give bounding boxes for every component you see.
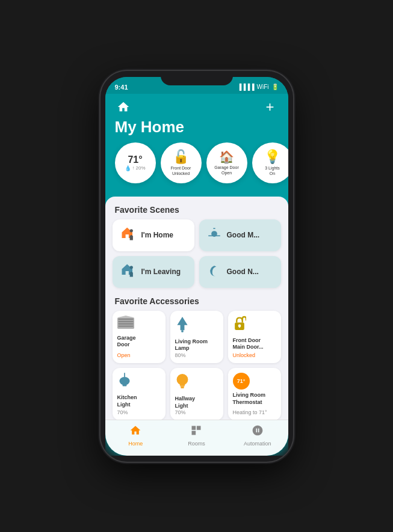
home-person-icon	[120, 225, 137, 242]
kitchen-light-icon	[117, 373, 161, 392]
home-icon-button[interactable]	[115, 99, 132, 115]
good-morning-icon	[206, 226, 222, 245]
garage-door-label: Garage DoorOpen	[212, 165, 241, 176]
lock-open-icon: 🔓	[173, 149, 189, 165]
automation-tab-svg	[252, 424, 264, 436]
kitchen-light-status: 70%	[117, 409, 161, 415]
lamp-acc-icon	[175, 316, 218, 336]
front-door-label: Front DoorUnlocked	[169, 166, 193, 176]
favorite-accessories-title: Favorite Accessories	[113, 296, 281, 306]
svg-point-15	[176, 374, 188, 385]
temperature-circle[interactable]: 71° 💧 ↑ 20%	[115, 142, 156, 183]
hallway-light-icon	[175, 373, 218, 393]
accessory-hallway-light[interactable]: HallwayLight 70%	[170, 368, 223, 420]
kitchen-light-name: KitchenLight	[117, 394, 161, 408]
svg-rect-4	[118, 318, 133, 319]
lamp-status: 80%	[175, 352, 218, 358]
add-button[interactable]: +	[262, 99, 279, 115]
signal-icon: ▐▐▐▐	[237, 84, 254, 90]
front-door-circle[interactable]: 🔓 Front DoorUnlocked	[161, 142, 202, 183]
im-leaving-label: I'm Leaving	[141, 268, 181, 276]
temp-sub: 💧 ↑ 20%	[125, 165, 145, 171]
tab-bar: Home Rooms Automation	[105, 420, 288, 456]
svg-point-2	[129, 266, 132, 269]
status-time: 9:41	[115, 84, 128, 91]
favorite-scenes-title: Favorite Scenes	[113, 205, 281, 215]
status-circles-row: 71° 💧 ↑ 20% 🔓 Front DoorUnlocked 🏠	[105, 142, 288, 192]
tab-automation-icon	[252, 424, 264, 439]
garage-door-status: Open	[117, 352, 161, 358]
thermostat-status: Heating to 71°	[233, 409, 276, 415]
page-title: My Home	[105, 118, 288, 142]
tab-automation[interactable]: Automation	[227, 424, 288, 447]
lights-circle[interactable]: 💡 3 LightsOn	[252, 142, 288, 183]
svg-rect-11	[238, 325, 240, 327]
wifi-icon: WiFi	[257, 84, 269, 90]
svg-rect-16	[179, 384, 185, 386]
accessory-thermostat[interactable]: 71° Living RoomThermostat Heating to 71°	[228, 368, 281, 420]
accessory-living-room-lamp[interactable]: Living RoomLamp 80%	[170, 311, 223, 363]
home-tab-svg	[129, 424, 141, 436]
im-home-icon	[120, 225, 137, 245]
accessory-front-door-lock[interactable]: Front DoorMain Door... Unlocked	[228, 311, 281, 363]
good-morning-label: Good M...	[227, 231, 260, 239]
tab-home[interactable]: Home	[105, 424, 166, 447]
lamp-svg	[175, 316, 190, 332]
svg-rect-7	[118, 325, 133, 326]
garage-door-circle[interactable]: 🏠 Garage DoorOpen	[206, 142, 247, 183]
accessories-grid: GarageDoor Open	[113, 311, 281, 421]
thermostat-name: Living RoomThermostat	[233, 392, 276, 406]
hallway-light-name: HallwayLight	[175, 396, 218, 409]
garage-door-acc-icon	[117, 316, 161, 332]
garage-door-acc-name: GarageDoor	[117, 335, 161, 349]
moon-icon	[206, 263, 222, 278]
notch	[161, 71, 233, 85]
lock-svg	[233, 316, 246, 331]
svg-point-0	[129, 229, 132, 232]
svg-rect-6	[118, 323, 133, 324]
good-night-label: Good N...	[227, 268, 259, 276]
tab-home-label: Home	[128, 441, 143, 447]
tab-automation-label: Automation	[244, 441, 271, 447]
content-area: + My Home 71° 💧 ↑ 20%	[105, 94, 288, 456]
bulb-svg	[175, 373, 190, 390]
tab-home-icon	[129, 424, 141, 439]
status-icons: ▐▐▐▐ WiFi 🔋	[237, 84, 278, 90]
lights-label: 3 LightsOn	[262, 166, 282, 176]
scene-good-morning[interactable]: Good M...	[199, 219, 281, 251]
tab-rooms-icon	[190, 424, 202, 439]
temp-value: 71°	[128, 154, 142, 165]
im-leaving-icon	[120, 262, 137, 282]
scene-im-home[interactable]: I'm Home	[113, 219, 194, 251]
good-night-icon	[206, 263, 222, 281]
battery-icon: 🔋	[271, 84, 279, 90]
svg-rect-17	[180, 386, 184, 387]
rooms-tab-svg	[190, 424, 202, 436]
hallway-light-status: 70%	[175, 409, 218, 415]
svg-rect-14	[122, 385, 126, 387]
phone-frame: 9:41 ▐▐▐▐ WiFi 🔋 +	[101, 71, 293, 462]
house-icon	[117, 100, 130, 114]
scene-good-night[interactable]: Good N...	[199, 256, 281, 288]
svg-rect-5	[118, 320, 133, 322]
lights-icon: 💡	[264, 149, 280, 165]
scenes-grid: I'm Home Good M...	[113, 219, 281, 288]
accessory-kitchen-light[interactable]: KitchenLight 70%	[113, 368, 166, 420]
tab-rooms[interactable]: Rooms	[166, 424, 227, 447]
lamp-acc-name: Living RoomLamp	[175, 338, 218, 352]
garage-icon: 🏠	[219, 150, 234, 164]
accessory-garage-door[interactable]: GarageDoor Open	[113, 311, 166, 363]
tab-rooms-label: Rooms	[188, 441, 205, 447]
scene-im-leaving[interactable]: I'm Leaving	[113, 256, 194, 288]
thermostat-circle: 71°	[233, 373, 250, 390]
lock-acc-icon	[233, 316, 276, 335]
leaving-icon	[120, 262, 137, 279]
svg-rect-18	[181, 387, 184, 388]
main-section: Favorite Scenes I'm Home	[105, 197, 288, 421]
thermostat-icon: 71°	[233, 373, 276, 390]
lock-acc-name: Front DoorMain Door...	[233, 337, 276, 351]
water-icon: 💧	[125, 165, 131, 171]
top-bar: +	[105, 94, 288, 118]
svg-rect-8	[181, 330, 183, 332]
lock-status: Unlocked	[233, 352, 276, 358]
